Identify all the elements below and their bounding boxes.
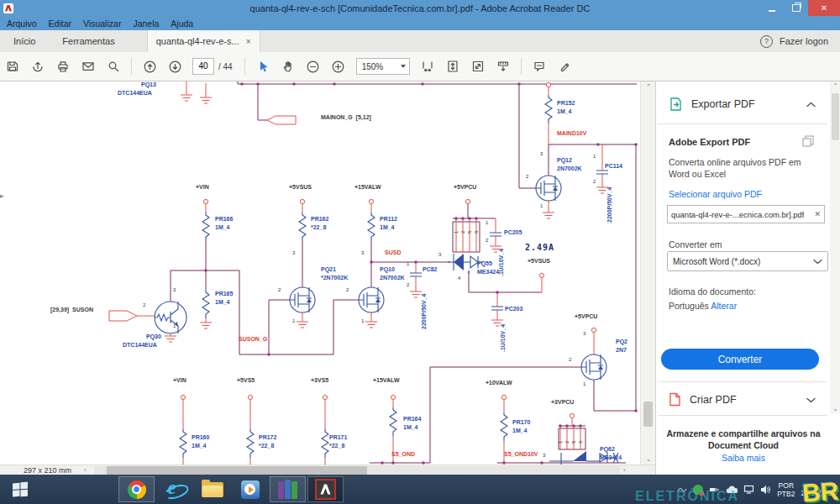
mainon-flag [267, 116, 296, 124]
create-pdf-icon [669, 392, 681, 407]
tray-language[interactable]: PORPTB2 [777, 481, 795, 498]
zoom-level-value: 150% [362, 62, 384, 71]
minimize-button[interactable] [759, 0, 784, 16]
export-description: Converta online arquivos PDF em Word ou … [669, 156, 801, 180]
media-player-icon [241, 480, 260, 499]
login-link[interactable]: Fazer logon [780, 36, 828, 46]
zoom-caret-icon [401, 65, 406, 68]
convert-button[interactable]: Converter [661, 349, 819, 370]
menu-editar[interactable]: Editar [49, 18, 71, 29]
transistor-pq30 [155, 302, 186, 333]
acrobat-window: quanta-ql4-rev-e-sch [ComunidadeTecnica.… [0, 0, 840, 504]
create-pdf-header[interactable]: Criar PDF [669, 392, 816, 407]
scroll-right-icon[interactable]: › [623, 466, 626, 474]
menu-arquivo[interactable]: Arquivo [7, 18, 37, 29]
comment-button[interactable] [527, 56, 552, 76]
taskbar-internet-explorer[interactable]: e [156, 476, 192, 502]
sidebar-scrollbar[interactable]: ⌃ ⌄ [830, 81, 840, 413]
format-select[interactable]: Microsoft Word (*.docx) [667, 251, 828, 271]
sidebar-scroll-up-icon[interactable]: ⌃ [830, 82, 840, 90]
change-language-link[interactable]: Alterar [711, 301, 737, 311]
taskbar-winrar[interactable] [270, 476, 306, 502]
menu-janela[interactable]: Janela [133, 18, 159, 29]
fit-page-button[interactable] [440, 56, 465, 76]
export-pdf-icon [669, 97, 683, 112]
collapse-chevron-icon[interactable] [806, 98, 816, 110]
tray-date[interactable]: 22/07/2020 [801, 489, 837, 497]
page-number-input[interactable]: 40 [192, 58, 214, 75]
fit-page-icon [446, 60, 459, 73]
export-pdf-header[interactable]: Exportar PDF [669, 97, 816, 112]
save-button[interactable] [0, 56, 25, 76]
ruler-button[interactable] [491, 56, 516, 76]
tray-network-icon[interactable] [743, 485, 754, 494]
tab-inicio[interactable]: Início [0, 30, 49, 52]
fit-width-icon [421, 60, 434, 73]
horizontal-scrollbar[interactable] [94, 466, 620, 475]
print-button[interactable] [50, 56, 76, 76]
taskbar-file-explorer[interactable] [194, 476, 230, 502]
share-button[interactable] [25, 56, 50, 76]
select-tool-button[interactable] [250, 56, 276, 76]
sidebar-scroll-down-icon[interactable]: ⌄ [830, 405, 840, 412]
fullscreen-icon [471, 60, 485, 73]
scroll-up-icon[interactable]: ⌃ [641, 83, 656, 91]
fullscreen-button[interactable] [465, 56, 491, 76]
next-page-button[interactable] [162, 56, 187, 76]
zoom-out-button[interactable] [301, 56, 326, 76]
vertical-scrollbar[interactable]: ⌃ ⌄ [640, 81, 656, 465]
highlight-button[interactable] [552, 56, 577, 76]
tray-plug-icon[interactable] [709, 485, 720, 495]
clear-file-icon[interactable]: ✕ [814, 210, 821, 218]
red-leads [109, 81, 608, 465]
taskbar-media-player[interactable] [232, 476, 268, 502]
tray-hidden-icons[interactable] [677, 486, 687, 494]
close-button[interactable]: ✕ [808, 0, 840, 16]
start-button[interactable] [1, 476, 39, 502]
page-size-label: 297 x 210 mm [24, 466, 71, 475]
taskbar-chrome[interactable] [118, 476, 155, 502]
system-tray: PORPTB2 22/07/2020 ELETRÔNICA BR [677, 481, 840, 498]
vertical-scroll-thumb[interactable] [643, 402, 653, 427]
tray-onedrive-icon[interactable] [726, 486, 738, 494]
menu-ajuda[interactable]: Ajuda [171, 18, 193, 29]
page-down-icon [168, 60, 182, 74]
hand-icon [281, 60, 295, 73]
selected-file-box[interactable]: quanta-ql4-rev-e-...ecnica.com.br].pdf ✕ [667, 205, 825, 223]
tab-ferramentas[interactable]: Ferramentas [49, 30, 128, 52]
taskbar-acrobat[interactable] [307, 476, 344, 502]
winrar-icon [278, 480, 297, 499]
search-button[interactable] [101, 56, 126, 76]
minus-icon [306, 60, 320, 74]
create-pdf-chevron-icon[interactable] [806, 394, 816, 406]
wires [171, 81, 637, 463]
horizontal-scroll-thumb[interactable] [107, 466, 367, 475]
pdf-canvas[interactable]: PQ13DTC144EUAMAINON_G [5,12]PR1521M_4MAI… [0, 81, 640, 465]
zoom-level-select[interactable]: 150% [356, 58, 410, 75]
tab-close-icon[interactable]: × [246, 37, 251, 46]
scroll-left-icon[interactable]: ‹ [84, 466, 87, 474]
tools-sidebar: Exportar PDF Adobe Export PDF Converta o… [655, 81, 840, 475]
document-language-label: Idioma do documento: [669, 286, 756, 297]
tab-document[interactable]: quanta-ql4-rev-e-s... × [147, 30, 260, 52]
learn-more-link[interactable]: Saiba mais [656, 453, 831, 463]
selected-file-name: quanta-ql4-rev-e-...ecnica.com.br].pdf [671, 210, 804, 219]
restore-button[interactable] [784, 0, 808, 16]
scroll-down-icon[interactable]: ⌄ [641, 455, 656, 463]
suson-flag [109, 311, 137, 321]
fit-width-button[interactable] [415, 56, 440, 76]
sidebar-scroll-thumb[interactable] [832, 93, 839, 140]
prev-page-button[interactable] [137, 56, 162, 76]
tray-antivirus-icon[interactable] [693, 485, 703, 495]
upload-icon [31, 60, 45, 73]
hand-tool-button[interactable] [276, 56, 301, 76]
help-icon[interactable]: ? [760, 35, 773, 48]
email-button[interactable] [76, 56, 101, 76]
zoom-in-button[interactable] [326, 56, 351, 76]
menu-visualizar[interactable]: Visualizar [83, 18, 121, 29]
export-pdf-label: Exportar PDF [691, 98, 755, 110]
select-file-link[interactable]: Selecionar arquivo PDF [669, 189, 762, 199]
page-up-icon [143, 60, 157, 74]
tray-volume-icon[interactable] [760, 485, 771, 495]
nav-pane-toggle[interactable]: ▸ [0, 192, 4, 200]
